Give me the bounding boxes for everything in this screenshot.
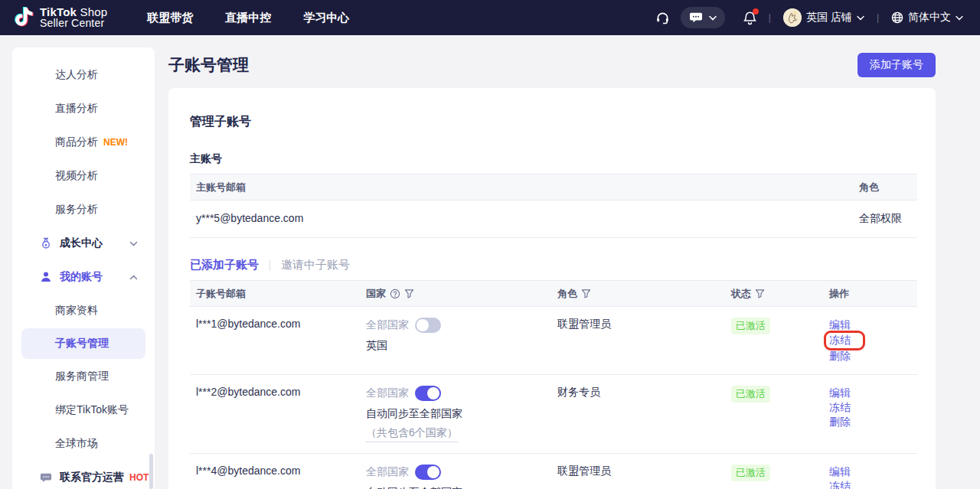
delete-link[interactable]: 删除 xyxy=(829,349,911,363)
nav-divider: | xyxy=(877,12,879,23)
country-detail: 自动同步至全部国家 xyxy=(366,486,545,489)
help-question-icon[interactable] xyxy=(390,289,400,299)
status-badge: 已激活 xyxy=(731,386,770,403)
notifications-bell-icon[interactable] xyxy=(743,11,756,25)
all-countries-toggle[interactable] xyxy=(415,386,441,401)
sidebar-item-contact-official-ops[interactable]: 联系官方运营 HOT! xyxy=(12,461,155,489)
main-account-section-label: 主账号 xyxy=(190,152,917,166)
all-countries-toggle[interactable] xyxy=(415,465,441,480)
subaccount-email: l***2@bytedance.com xyxy=(190,375,360,454)
tab-separator xyxy=(270,260,270,271)
country-detail: 自动同步至全部国家 xyxy=(366,407,545,421)
subaccount-email: l***1@bytedance.com xyxy=(190,307,360,375)
chevron-down-icon xyxy=(857,15,864,21)
delete-link[interactable]: 删除 xyxy=(829,415,911,429)
nav-item-learning-center[interactable]: 学习中心 xyxy=(303,11,349,25)
main-account-table: 主账号邮箱 角色 y***5@bytedance.com 全部权限 xyxy=(190,174,917,238)
new-badge: NEW! xyxy=(103,137,128,148)
sidebar-item-merchant-profile[interactable]: 商家资料 xyxy=(12,294,155,328)
sidebar: 达人分析 直播分析 商品分析 NEW! 视频分析 服务分析 成长中心 xyxy=(12,47,155,489)
subaccount-role: 联盟管理员 xyxy=(551,307,725,375)
status-cell: 已激活 xyxy=(725,307,823,375)
operations-cell: 编辑 冻结 删除 xyxy=(823,375,917,454)
chat-bubble-icon xyxy=(40,472,52,484)
sidebar-item-bind-tiktok-account[interactable]: 绑定TikTok账号 xyxy=(12,393,155,427)
filter-funnel-icon[interactable] xyxy=(581,289,591,298)
add-subaccount-button[interactable]: 添加子账号 xyxy=(858,53,936,77)
nav-divider: | xyxy=(769,12,771,23)
sidebar-item-global-market[interactable]: 全球市场 xyxy=(12,427,155,461)
subaccount-row: l***4@bytedance.com 全部国家 自动同步至全部国家 （共包含6… xyxy=(190,454,917,489)
all-countries-toggle[interactable] xyxy=(415,318,441,333)
status-cell: 已激活 xyxy=(725,375,823,454)
store-avatar xyxy=(783,8,802,27)
sidebar-scrollbar[interactable] xyxy=(149,454,153,489)
status-badge: 已激活 xyxy=(731,465,770,481)
subaccount-role: 联盟管理员 xyxy=(551,454,725,489)
chevron-down-icon xyxy=(129,241,138,246)
logo-wordmark: TikTok Shop Seller Center xyxy=(40,6,107,29)
subaccount-card: 管理子账号 主账号 主账号邮箱 角色 y***5@bytedance.com 全… xyxy=(168,88,936,489)
edit-link[interactable]: 编辑 xyxy=(829,465,911,479)
country-cell: 全部国家 英国 xyxy=(360,307,551,375)
col-header-operations: 操作 xyxy=(823,281,917,307)
card-heading: 管理子账号 xyxy=(190,114,917,130)
annotation-highlight-box: 冻结 xyxy=(824,331,865,350)
filter-funnel-icon[interactable] xyxy=(755,289,765,298)
subaccount-row: l***2@bytedance.com 全部国家 自动同步至全部国家 （共包含6… xyxy=(190,375,917,454)
tab-pending-invitations[interactable]: 邀请中子账号 xyxy=(281,258,350,272)
operations-cell: 编辑 冻结 删除 xyxy=(823,307,917,375)
sidebar-item-video-analysis[interactable]: 视频分析 xyxy=(12,159,155,193)
tiktok-shop-logo[interactable]: TikTok Shop Seller Center xyxy=(12,5,107,30)
navbar-right: | 英国 店铺 | 简体中文 xyxy=(655,7,963,28)
freeze-link[interactable]: 冻结 xyxy=(829,333,851,347)
subaccount-email: l***4@bytedance.com xyxy=(190,454,360,489)
col-header-main-email: 主账号邮箱 xyxy=(190,174,853,200)
nav-item-live-console[interactable]: 直播中控 xyxy=(225,11,271,25)
operations-cell: 编辑 冻结 删除 xyxy=(823,454,917,489)
support-headset-icon[interactable] xyxy=(655,11,670,25)
nav-item-affiliate[interactable]: 联盟带货 xyxy=(147,11,193,25)
sidebar-item-service-analysis[interactable]: 服务分析 xyxy=(12,193,155,227)
main-account-row: y***5@bytedance.com 全部权限 xyxy=(190,200,917,238)
chevron-down-icon xyxy=(709,15,717,21)
person-icon xyxy=(40,271,52,283)
globe-icon xyxy=(891,11,903,24)
store-switcher[interactable]: 英国 店铺 xyxy=(783,8,864,27)
country-count-note[interactable]: （共包含6个国家） xyxy=(366,426,458,442)
sidebar-item-service-provider-management[interactable]: 服务商管理 xyxy=(12,360,155,393)
all-countries-label: 全部国家 xyxy=(366,318,409,332)
sidebar-item-my-account[interactable]: 我的账号 xyxy=(12,260,155,294)
primary-nav: 联盟带货 直播中控 学习中心 xyxy=(147,11,349,25)
sidebar-item-subaccount-management[interactable]: 子账号管理 xyxy=(21,328,145,359)
medal-icon xyxy=(40,237,52,249)
country-detail: 英国 xyxy=(366,339,545,353)
messages-dropdown-button[interactable] xyxy=(681,7,725,28)
col-header-main-role: 角色 xyxy=(853,174,917,200)
col-header-email: 子账号邮箱 xyxy=(190,281,360,307)
filter-funnel-icon[interactable] xyxy=(404,289,414,298)
sidebar-item-live-analysis[interactable]: 直播分析 xyxy=(12,92,155,126)
freeze-link[interactable]: 冻结 xyxy=(829,479,911,489)
col-header-status: 状态 xyxy=(725,281,823,307)
subaccount-role: 财务专员 xyxy=(551,375,725,454)
sidebar-item-growth-center[interactable]: 成长中心 xyxy=(12,227,155,260)
country-cell: 全部国家 自动同步至全部国家 （共包含6个国家） xyxy=(360,454,551,489)
col-header-country: 国家 xyxy=(360,281,551,307)
page-title: 子账号管理 xyxy=(168,54,249,76)
tab-added-subaccounts[interactable]: 已添加子账号 xyxy=(190,258,259,272)
subaccount-row: l***1@bytedance.com 全部国家 英国 联盟管理员 已激活 编辑… xyxy=(190,307,917,375)
all-countries-label: 全部国家 xyxy=(366,386,409,400)
status-badge: 已激活 xyxy=(731,318,770,334)
subaccount-tabs: 已添加子账号 邀请中子账号 xyxy=(190,258,917,272)
language-label: 简体中文 xyxy=(908,11,951,24)
top-navbar: TikTok Shop Seller Center 联盟带货 直播中控 学习中心 xyxy=(0,0,980,35)
notification-badge-dot xyxy=(753,8,759,15)
sidebar-item-product-analysis[interactable]: 商品分析 NEW! xyxy=(12,126,155,159)
language-switcher[interactable]: 简体中文 xyxy=(891,11,963,24)
sidebar-item-creator-analysis[interactable]: 达人分析 xyxy=(12,58,155,92)
chat-bubble-icon xyxy=(689,11,703,24)
edit-link[interactable]: 编辑 xyxy=(829,386,911,400)
hot-badge: HOT! xyxy=(129,472,152,483)
freeze-link[interactable]: 冻结 xyxy=(829,400,911,415)
